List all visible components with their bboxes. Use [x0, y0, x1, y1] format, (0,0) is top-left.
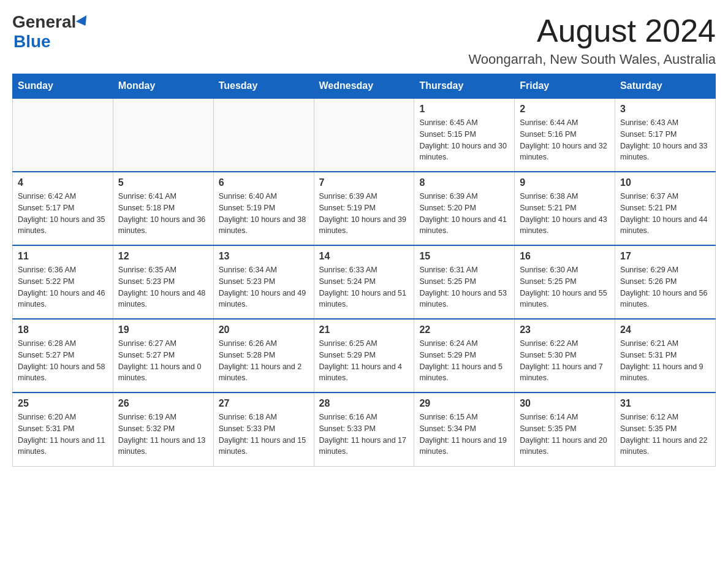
day-info: Sunrise: 6:42 AM Sunset: 5:17 PM Dayligh… — [18, 191, 108, 237]
day-number: 28 — [319, 398, 409, 409]
calendar-cell: 30Sunrise: 6:14 AM Sunset: 5:35 PM Dayli… — [515, 393, 615, 466]
day-info: Sunrise: 6:39 AM Sunset: 5:19 PM Dayligh… — [319, 191, 409, 237]
logo-blue-text: Blue — [12, 32, 51, 51]
day-number: 7 — [319, 177, 409, 188]
weekday-header-wednesday: Wednesday — [314, 74, 414, 99]
day-info: Sunrise: 6:26 AM Sunset: 5:28 PM Dayligh… — [219, 338, 309, 384]
day-info: Sunrise: 6:40 AM Sunset: 5:19 PM Dayligh… — [219, 191, 309, 237]
day-info: Sunrise: 6:41 AM Sunset: 5:18 PM Dayligh… — [118, 191, 208, 237]
day-number: 18 — [18, 324, 108, 335]
calendar-cell: 29Sunrise: 6:15 AM Sunset: 5:34 PM Dayli… — [414, 393, 515, 466]
calendar-cell: 10Sunrise: 6:37 AM Sunset: 5:21 PM Dayli… — [615, 172, 716, 245]
day-info: Sunrise: 6:24 AM Sunset: 5:29 PM Dayligh… — [419, 338, 509, 384]
day-info: Sunrise: 6:43 AM Sunset: 5:17 PM Dayligh… — [620, 117, 710, 163]
day-number: 8 — [419, 177, 509, 188]
day-info: Sunrise: 6:21 AM Sunset: 5:31 PM Dayligh… — [620, 338, 710, 384]
day-info: Sunrise: 6:29 AM Sunset: 5:26 PM Dayligh… — [620, 264, 710, 310]
calendar-cell: 11Sunrise: 6:36 AM Sunset: 5:22 PM Dayli… — [13, 245, 113, 319]
calendar-cell — [213, 98, 314, 172]
day-number: 12 — [118, 251, 208, 262]
day-info: Sunrise: 6:36 AM Sunset: 5:22 PM Dayligh… — [18, 264, 108, 310]
calendar-cell: 28Sunrise: 6:16 AM Sunset: 5:33 PM Dayli… — [314, 393, 414, 466]
calendar-cell: 23Sunrise: 6:22 AM Sunset: 5:30 PM Dayli… — [515, 319, 615, 393]
calendar-cell: 20Sunrise: 6:26 AM Sunset: 5:28 PM Dayli… — [213, 319, 314, 393]
calendar-week-row: 18Sunrise: 6:28 AM Sunset: 5:27 PM Dayli… — [13, 319, 716, 393]
day-number: 26 — [118, 398, 208, 409]
day-number: 10 — [620, 177, 710, 188]
day-number: 30 — [520, 398, 610, 409]
calendar-cell: 4Sunrise: 6:42 AM Sunset: 5:17 PM Daylig… — [13, 172, 113, 245]
day-number: 15 — [419, 251, 509, 262]
day-info: Sunrise: 6:12 AM Sunset: 5:35 PM Dayligh… — [620, 412, 710, 458]
calendar-body: 1Sunrise: 6:45 AM Sunset: 5:15 PM Daylig… — [13, 98, 716, 466]
weekday-header-friday: Friday — [515, 74, 615, 99]
calendar-cell: 3Sunrise: 6:43 AM Sunset: 5:17 PM Daylig… — [615, 98, 716, 172]
day-info: Sunrise: 6:16 AM Sunset: 5:33 PM Dayligh… — [319, 412, 409, 458]
calendar-cell: 7Sunrise: 6:39 AM Sunset: 5:19 PM Daylig… — [314, 172, 414, 245]
day-info: Sunrise: 6:39 AM Sunset: 5:20 PM Dayligh… — [419, 191, 509, 237]
page-header: General Blue August 2024 Woongarrah, New… — [12, 12, 716, 67]
day-info: Sunrise: 6:33 AM Sunset: 5:24 PM Dayligh… — [319, 264, 409, 310]
month-title: August 2024 — [468, 12, 716, 49]
calendar-cell: 2Sunrise: 6:44 AM Sunset: 5:16 PM Daylig… — [515, 98, 615, 172]
weekday-header-sunday: Sunday — [13, 74, 113, 99]
calendar-week-row: 25Sunrise: 6:20 AM Sunset: 5:31 PM Dayli… — [13, 393, 716, 466]
weekday-header-monday: Monday — [113, 74, 213, 99]
day-number: 19 — [118, 324, 208, 335]
weekday-header-thursday: Thursday — [414, 74, 515, 99]
calendar-cell: 16Sunrise: 6:30 AM Sunset: 5:25 PM Dayli… — [515, 245, 615, 319]
day-info: Sunrise: 6:30 AM Sunset: 5:25 PM Dayligh… — [520, 264, 610, 310]
calendar-cell: 1Sunrise: 6:45 AM Sunset: 5:15 PM Daylig… — [414, 98, 515, 172]
calendar-cell: 27Sunrise: 6:18 AM Sunset: 5:33 PM Dayli… — [213, 393, 314, 466]
day-number: 9 — [520, 177, 610, 188]
calendar-week-row: 4Sunrise: 6:42 AM Sunset: 5:17 PM Daylig… — [13, 172, 716, 245]
day-info: Sunrise: 6:37 AM Sunset: 5:21 PM Dayligh… — [620, 191, 710, 237]
day-number: 11 — [18, 251, 108, 262]
day-info: Sunrise: 6:34 AM Sunset: 5:23 PM Dayligh… — [219, 264, 309, 310]
day-number: 3 — [620, 104, 710, 115]
day-info: Sunrise: 6:31 AM Sunset: 5:25 PM Dayligh… — [419, 264, 509, 310]
day-number: 17 — [620, 251, 710, 262]
calendar-cell: 24Sunrise: 6:21 AM Sunset: 5:31 PM Dayli… — [615, 319, 716, 393]
day-number: 29 — [419, 398, 509, 409]
calendar-cell: 13Sunrise: 6:34 AM Sunset: 5:23 PM Dayli… — [213, 245, 314, 319]
day-number: 2 — [520, 104, 610, 115]
calendar-header: SundayMondayTuesdayWednesdayThursdayFrid… — [13, 74, 716, 99]
day-info: Sunrise: 6:27 AM Sunset: 5:27 PM Dayligh… — [118, 338, 208, 384]
day-number: 21 — [319, 324, 409, 335]
day-number: 13 — [219, 251, 309, 262]
day-number: 4 — [18, 177, 108, 188]
day-info: Sunrise: 6:18 AM Sunset: 5:33 PM Dayligh… — [219, 412, 309, 458]
logo-triangle-icon — [76, 15, 91, 29]
calendar-cell: 14Sunrise: 6:33 AM Sunset: 5:24 PM Dayli… — [314, 245, 414, 319]
location-title: Woongarrah, New South Wales, Australia — [468, 52, 716, 67]
day-info: Sunrise: 6:22 AM Sunset: 5:30 PM Dayligh… — [520, 338, 610, 384]
calendar-cell: 15Sunrise: 6:31 AM Sunset: 5:25 PM Dayli… — [414, 245, 515, 319]
day-number: 22 — [419, 324, 509, 335]
calendar-cell — [113, 98, 213, 172]
calendar-cell: 9Sunrise: 6:38 AM Sunset: 5:21 PM Daylig… — [515, 172, 615, 245]
weekday-header-saturday: Saturday — [615, 74, 716, 99]
day-info: Sunrise: 6:19 AM Sunset: 5:32 PM Dayligh… — [118, 412, 208, 458]
day-number: 24 — [620, 324, 710, 335]
day-number: 23 — [520, 324, 610, 335]
day-number: 5 — [118, 177, 208, 188]
logo: General Blue — [12, 12, 89, 52]
day-info: Sunrise: 6:15 AM Sunset: 5:34 PM Dayligh… — [419, 412, 509, 458]
day-info: Sunrise: 6:38 AM Sunset: 5:21 PM Dayligh… — [520, 191, 610, 237]
calendar-cell: 22Sunrise: 6:24 AM Sunset: 5:29 PM Dayli… — [414, 319, 515, 393]
day-number: 6 — [219, 177, 309, 188]
day-number: 27 — [219, 398, 309, 409]
logo-general-text: General — [12, 12, 76, 32]
calendar-cell: 8Sunrise: 6:39 AM Sunset: 5:20 PM Daylig… — [414, 172, 515, 245]
calendar-week-row: 11Sunrise: 6:36 AM Sunset: 5:22 PM Dayli… — [13, 245, 716, 319]
day-number: 20 — [219, 324, 309, 335]
calendar-cell: 26Sunrise: 6:19 AM Sunset: 5:32 PM Dayli… — [113, 393, 213, 466]
title-block: August 2024 Woongarrah, New South Wales,… — [468, 12, 716, 67]
calendar-cell: 25Sunrise: 6:20 AM Sunset: 5:31 PM Dayli… — [13, 393, 113, 466]
calendar-cell: 12Sunrise: 6:35 AM Sunset: 5:23 PM Dayli… — [113, 245, 213, 319]
calendar-cell: 18Sunrise: 6:28 AM Sunset: 5:27 PM Dayli… — [13, 319, 113, 393]
calendar-cell: 19Sunrise: 6:27 AM Sunset: 5:27 PM Dayli… — [113, 319, 213, 393]
calendar-cell: 6Sunrise: 6:40 AM Sunset: 5:19 PM Daylig… — [213, 172, 314, 245]
calendar-cell: 5Sunrise: 6:41 AM Sunset: 5:18 PM Daylig… — [113, 172, 213, 245]
